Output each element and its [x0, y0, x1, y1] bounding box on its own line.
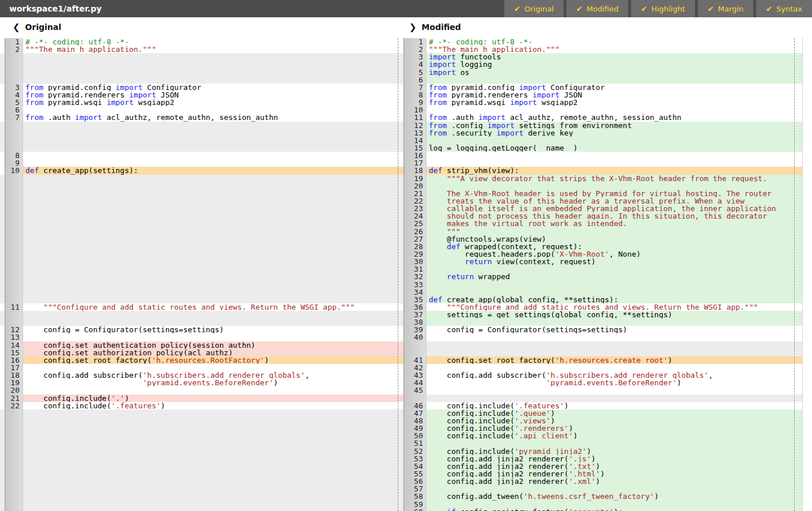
- line-number: 7: [5, 114, 23, 121]
- line-number: [5, 243, 23, 250]
- code-text: [23, 478, 403, 485]
- line-number: [5, 485, 23, 493]
- gutter-strip: [0, 470, 5, 478]
- code-text: [23, 258, 403, 265]
- toggle-modified-button[interactable]: ✔Modified: [566, 0, 628, 17]
- line-number: [5, 463, 23, 470]
- line-number: 40: [403, 333, 426, 341]
- gutter-strip: [0, 432, 5, 439]
- code-text: [426, 364, 802, 371]
- code-line: 9from pyramid.wsgi import wsgiapp2: [403, 99, 802, 106]
- code-text: import logging: [426, 61, 802, 68]
- code-line: 18def strip_vhm(view):: [403, 167, 802, 174]
- code-text: treats the value of this header as a tra…: [426, 197, 802, 205]
- code-line: 50 config.include('.api_client'): [403, 432, 802, 439]
- code-text: from .auth import acl_authz, remote_auth…: [426, 114, 802, 121]
- code-line: 29 request.headers.pop('X-Vhm-Root', Non…: [403, 250, 802, 258]
- modified-code-pane[interactable]: 1# -*- coding: utf-8 -*-2"""The main h a…: [403, 38, 802, 511]
- code-line: 31: [403, 265, 802, 273]
- line-number: 6: [403, 76, 426, 84]
- code-line: 7from pyramid.config import Configurator: [403, 84, 802, 91]
- code-text: [426, 318, 802, 326]
- line-number: 4: [403, 61, 426, 68]
- code-line: 59: [403, 501, 802, 508]
- line-number: 20: [5, 386, 23, 394]
- line-number: 45: [403, 386, 426, 394]
- code-line: 45: [403, 386, 802, 394]
- line-number: [5, 228, 23, 235]
- code-text: config.set_root_factory('h.resources.Roo…: [23, 356, 403, 364]
- code-text: [23, 493, 403, 500]
- line-number: 26: [403, 228, 426, 235]
- code-text: config.include('.api_client'): [426, 432, 802, 439]
- filler-row: [0, 220, 403, 227]
- gutter-strip: [0, 394, 5, 402]
- line-number: 6: [5, 106, 23, 114]
- gutter-strip: [0, 296, 5, 303]
- code-line: 56 config.add_jinja2_renderer('.xml'): [403, 478, 802, 485]
- code-text: """Configure and add static routes and v…: [23, 303, 403, 311]
- scrollbar-track[interactable]: [802, 38, 812, 511]
- code-line: 2"""The main h application.""": [403, 46, 802, 53]
- code-text: return view(context, request): [426, 258, 802, 265]
- gutter-strip: [0, 46, 5, 53]
- toggle-button-label: Margin: [718, 5, 743, 13]
- code-text: [23, 243, 403, 250]
- code-line: 19 """A view decorator that strips the X…: [403, 175, 802, 182]
- line-number: [5, 501, 23, 508]
- filler-row: [0, 281, 403, 288]
- line-number: [5, 296, 23, 303]
- line-number: 46: [403, 402, 426, 409]
- code-text: [23, 273, 403, 280]
- code-line: 15log = logging.getLogger(__name__): [403, 144, 802, 152]
- code-text: [23, 122, 403, 129]
- line-number: [5, 182, 23, 190]
- toggle-highlight-button[interactable]: ✔Highlight: [631, 0, 695, 17]
- toggle-margin-button[interactable]: ✔Margin: [698, 0, 753, 17]
- line-number: [5, 53, 23, 61]
- code-line: 1# -*- coding: utf-8 -*-: [403, 38, 802, 46]
- code-text: [23, 228, 403, 235]
- gutter-strip: [0, 38, 5, 46]
- code-line: 40: [403, 333, 802, 341]
- toggle-button-label: Syntax: [776, 5, 802, 13]
- code-text: [23, 61, 403, 68]
- code-line: 15 config.set_authorization_policy(acl_a…: [0, 349, 403, 356]
- code-line: 44 'pyramid.events.BeforeRender'): [403, 379, 802, 386]
- line-number: 33: [403, 281, 426, 288]
- line-number: 1: [403, 38, 426, 46]
- code-text: [23, 205, 403, 212]
- code-text: config.include('.'): [23, 394, 403, 402]
- toggle-original-button[interactable]: ✔Original: [504, 0, 564, 17]
- code-text: [23, 212, 403, 220]
- line-number: 14: [403, 137, 426, 144]
- title-bar: workspace1/after.py ✔Original✔Modified✔H…: [0, 0, 812, 17]
- pane-header-label: Modified: [422, 22, 461, 32]
- line-number: 25: [403, 220, 426, 227]
- code-text: from pyramid.renderers import JSON: [426, 91, 802, 99]
- code-line: 24 should not process this header again.…: [403, 212, 802, 220]
- code-text: config.include('pyramid_jinja2'): [426, 448, 802, 455]
- toggle-syntax-button[interactable]: ✔Syntax: [756, 0, 812, 17]
- filler-row: [0, 296, 403, 303]
- gutter-strip: [0, 341, 5, 349]
- code-text: [23, 364, 403, 371]
- code-line: 3from pyramid.config import Configurator: [0, 84, 403, 91]
- original-code-pane[interactable]: 1# -*- coding: utf-8 -*-2"""The main h a…: [0, 38, 403, 511]
- code-text: """The main h application.""": [426, 46, 802, 53]
- code-text: config.include('.renderers'): [426, 424, 802, 432]
- code-text: [23, 485, 403, 493]
- code-text: settings = get_settings(global_config, *…: [426, 311, 802, 318]
- line-number: 52: [403, 448, 426, 455]
- filler-row: [0, 265, 403, 273]
- code-line: 5from pyramid.wsgi import wsgiapp2: [0, 99, 403, 106]
- code-line: 23 callable itself is an embedded Pyrami…: [403, 205, 802, 212]
- code-line: 12from .config import settings_from_envi…: [403, 122, 802, 129]
- filler-row: [0, 175, 403, 182]
- code-line: 1# -*- coding: utf-8 -*-: [0, 38, 403, 46]
- code-text: """Configure and add static routes and v…: [426, 303, 802, 311]
- code-text: [23, 311, 403, 318]
- code-line: 33: [403, 281, 802, 288]
- gutter-strip: [0, 303, 5, 311]
- code-text: [23, 106, 403, 114]
